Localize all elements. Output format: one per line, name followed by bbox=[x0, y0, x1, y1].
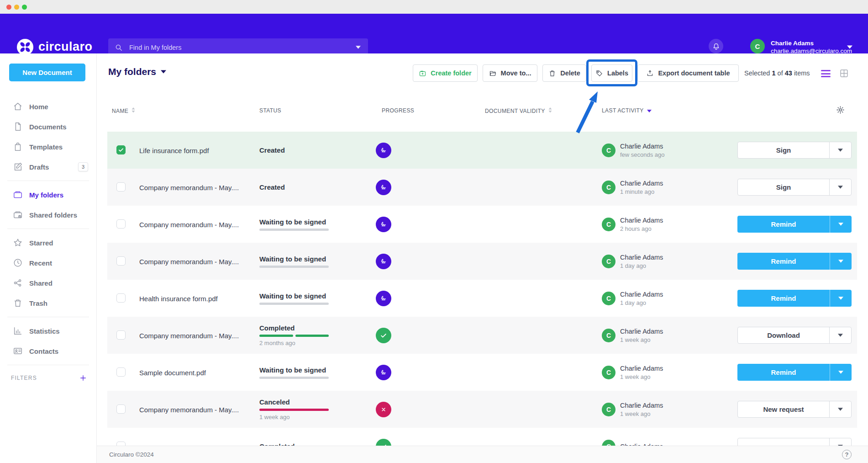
add-filter-button[interactable] bbox=[79, 374, 87, 382]
user-menu-caret-icon[interactable] bbox=[847, 45, 852, 49]
document-icon bbox=[13, 122, 23, 132]
labels-button[interactable]: Labels bbox=[591, 64, 632, 82]
signature-progress-icon bbox=[376, 291, 391, 306]
sort-icon bbox=[132, 107, 135, 114]
sidebar-item-shared[interactable]: Shared bbox=[0, 273, 96, 293]
row-checkbox[interactable] bbox=[116, 256, 126, 266]
new-request-button[interactable]: New request bbox=[737, 401, 852, 418]
bell-icon bbox=[712, 42, 721, 51]
search-scope-caret-icon[interactable] bbox=[356, 46, 361, 49]
column-header-name[interactable]: NAME bbox=[112, 107, 135, 114]
document-name: Company memorandum - May.... bbox=[139, 257, 239, 265]
home-icon bbox=[13, 101, 23, 112]
app-window: circularo C Charlie Adams charlie.adams@… bbox=[0, 0, 868, 463]
sidebar-item-drafts[interactable]: Drafts3 bbox=[0, 157, 96, 177]
sidebar-item-label: Documents bbox=[29, 123, 67, 131]
remind-button[interactable]: Remind bbox=[737, 216, 852, 233]
action-dropdown-caret[interactable] bbox=[830, 216, 852, 233]
draft-icon bbox=[13, 162, 23, 172]
status-block: Completed2 months ago bbox=[259, 317, 337, 354]
sidebar-item-contacts[interactable]: Contacts bbox=[0, 341, 96, 361]
column-header-last-activity[interactable]: LAST ACTIVITY bbox=[602, 107, 652, 114]
action-dropdown-caret[interactable] bbox=[829, 401, 851, 417]
status-text: Created bbox=[259, 146, 337, 154]
column-header-progress[interactable]: PROGRESS bbox=[382, 107, 414, 114]
action-dropdown-caret[interactable] bbox=[830, 290, 852, 307]
row-checkbox[interactable] bbox=[116, 330, 126, 340]
action-dropdown-caret[interactable] bbox=[829, 327, 851, 343]
trash-icon bbox=[548, 69, 556, 77]
sidebar-divider bbox=[7, 317, 89, 317]
sidebar-item-starred[interactable]: Starred bbox=[0, 233, 96, 253]
download-button[interactable]: Download bbox=[737, 327, 852, 344]
document-name: Life insurance form.pdf bbox=[139, 146, 209, 154]
action-dropdown-caret[interactable] bbox=[829, 438, 851, 446]
toolbar-button-label: Export document table bbox=[658, 69, 730, 77]
status-text: Completed bbox=[259, 324, 337, 332]
row-checkbox[interactable] bbox=[116, 404, 126, 414]
list-view-toggle[interactable] bbox=[821, 70, 831, 79]
move-to-button[interactable]: Move to... bbox=[483, 64, 537, 82]
action-button-label: Remind bbox=[737, 290, 830, 307]
action-dropdown-caret[interactable] bbox=[829, 142, 851, 158]
sidebar-item-recent[interactable]: Recent bbox=[0, 253, 96, 273]
signature-progress-icon bbox=[376, 217, 391, 232]
column-header-document-validity[interactable]: DOCUMENT VALIDITY bbox=[485, 107, 552, 114]
sidebar-item-my-folders[interactable]: My folders bbox=[0, 185, 96, 205]
export-document-table-button[interactable]: Export document table bbox=[637, 64, 739, 82]
row-checkbox[interactable] bbox=[116, 219, 126, 229]
sign-button[interactable]: Sign bbox=[737, 142, 852, 159]
activity-user-name: Charlie Adams bbox=[620, 365, 663, 372]
delete-button[interactable]: Delete bbox=[542, 64, 586, 82]
row-checkbox[interactable] bbox=[116, 145, 126, 154]
row-action-button[interactable] bbox=[737, 438, 852, 446]
table-row: Company memorandum - May....Completed2 m… bbox=[107, 317, 857, 354]
table-settings-gear-icon[interactable] bbox=[836, 106, 845, 114]
new-document-button[interactable]: New Document bbox=[9, 64, 85, 81]
page-title-dropdown[interactable]: My folders bbox=[108, 66, 166, 77]
action-dropdown-caret[interactable] bbox=[830, 364, 852, 381]
sidebar-item-trash[interactable]: Trash bbox=[0, 293, 96, 313]
action-dropdown-caret[interactable] bbox=[830, 253, 852, 270]
folder-icon bbox=[13, 190, 23, 200]
sidebar-item-label: Home bbox=[29, 103, 48, 111]
sign-button[interactable]: Sign bbox=[737, 179, 852, 196]
minimize-window-button[interactable] bbox=[14, 5, 19, 10]
close-window-button[interactable] bbox=[6, 5, 11, 10]
sidebar-divider bbox=[7, 365, 89, 365]
status-text: Waiting to be signed bbox=[259, 366, 337, 374]
create-folder-button[interactable]: Create folder bbox=[413, 64, 478, 82]
grid-view-toggle[interactable] bbox=[839, 69, 849, 78]
row-checkbox[interactable] bbox=[116, 182, 126, 192]
action-dropdown-caret[interactable] bbox=[829, 179, 851, 195]
row-checkbox[interactable] bbox=[116, 367, 126, 377]
progress-bar bbox=[259, 409, 329, 411]
sidebar-item-templates[interactable]: Templates bbox=[0, 137, 96, 157]
maximize-window-button[interactable] bbox=[22, 5, 27, 10]
row-checkbox[interactable] bbox=[116, 293, 126, 303]
activity-avatar: C bbox=[602, 181, 615, 194]
help-button[interactable]: ? bbox=[842, 450, 852, 459]
remind-button[interactable]: Remind bbox=[737, 253, 852, 270]
canceled-cross-icon bbox=[376, 402, 391, 417]
action-button-label: Remind bbox=[737, 216, 830, 233]
status-block: Waiting to be signed bbox=[259, 354, 337, 391]
sidebar-item-statistics[interactable]: Statistics bbox=[0, 321, 96, 341]
search-box[interactable] bbox=[108, 38, 368, 56]
page-title: My folders bbox=[108, 66, 156, 77]
row-checkbox[interactable] bbox=[116, 442, 126, 446]
column-header-status[interactable]: STATUS bbox=[259, 107, 281, 114]
sidebar-item-shared-folders[interactable]: Shared folders bbox=[0, 205, 96, 225]
search-input[interactable] bbox=[128, 43, 356, 52]
user-avatar[interactable]: C bbox=[750, 39, 765, 53]
sidebar-item-label: Contacts bbox=[29, 347, 58, 355]
sidebar-item-label: Trash bbox=[29, 299, 47, 307]
notifications-button[interactable] bbox=[709, 39, 723, 53]
sidebar-item-home[interactable]: Home bbox=[0, 96, 96, 117]
remind-button[interactable]: Remind bbox=[737, 364, 852, 381]
remind-button[interactable]: Remind bbox=[737, 290, 852, 307]
sidebar-item-documents[interactable]: Documents bbox=[0, 117, 96, 137]
footer: Circularo ©2024 ? bbox=[97, 446, 868, 463]
activity-user-name: Charlie Adams bbox=[620, 217, 663, 224]
activity-time: 1 week ago bbox=[620, 336, 663, 343]
